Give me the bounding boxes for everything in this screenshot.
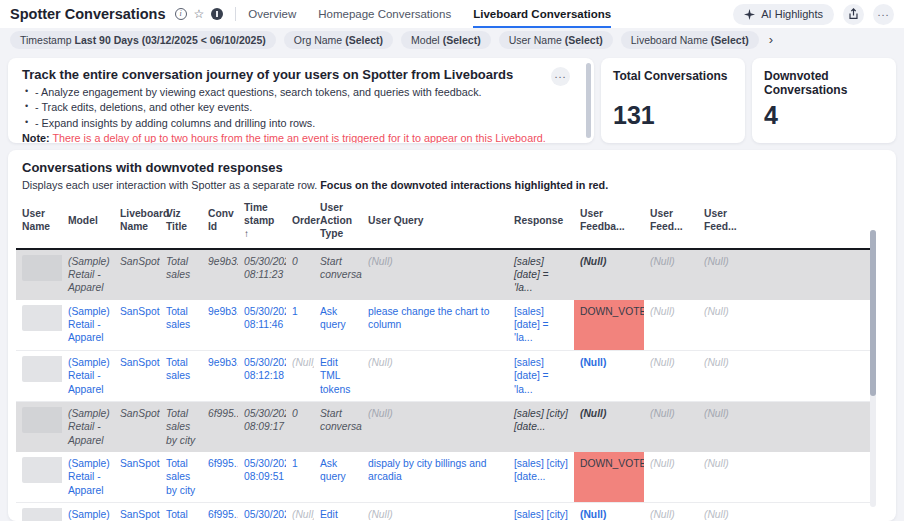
user-query-cell: (Null) [362,249,508,300]
cell-link[interactable]: SanSpot [120,458,160,469]
column-header-model[interactable]: Model [62,200,114,249]
table-title: Conversations with downvoted responses [22,160,896,175]
cell-link[interactable]: 9e9b3... [208,306,238,317]
info-panel-bullets: - Analyze engagement by viewing exact qu… [22,85,554,131]
cell-link[interactable]: Total sales by city [166,509,195,521]
user-name-cell [16,401,62,452]
timestamp-cell: 05/30/2025 08:11:46 [238,300,286,351]
badge-icon[interactable] [211,8,223,20]
action-type-cell: Start conversation [314,401,362,452]
cell-link[interactable]: dispaly by city billings and arcadia [368,458,486,482]
page-title: Spotter Conversations [10,6,166,22]
filter-chip-liveboard-name[interactable]: Liveboard Name(Select) [621,31,759,49]
filter-value: (Select) [711,34,749,46]
user-query-cell: (Null) [362,503,508,521]
filter-chip-model[interactable]: Model(Select) [401,31,491,49]
table-scrollbar-thumb[interactable] [870,230,876,396]
timestamp-cell: 05/30/2025 08:10:21 [238,503,286,521]
cell-link[interactable]: 05/30/2025 08:12:18 [244,357,286,381]
cell-link[interactable]: 05/30/2025 08:10:21 [244,509,286,521]
conv-id-cell: 6f995... [202,401,238,452]
user-feedback3-cell: (Null) [698,452,752,503]
user-feedback2-cell: (Null) [644,401,698,452]
tab-overview[interactable]: Overview [248,0,296,28]
share-icon [848,8,859,20]
cell-link[interactable]: Total sales by city [166,458,195,496]
column-header-order[interactable]: Order [286,200,314,249]
redacted-user-name [22,457,62,483]
user-feedback-cell-downvote: DOWN_VOTE [574,300,644,351]
cell-link[interactable]: Edit TML tokens [320,357,350,395]
filter-value: (Select) [443,34,481,46]
user-feedback3-cell: (Null) [698,300,752,351]
user-feedback3-cell: (Null) [698,503,752,521]
filter-value: (Select) [345,34,383,46]
cell-link[interactable]: SanSpot [120,306,160,317]
cell-link[interactable]: [sales] [city] [date... [514,458,568,482]
cell-link[interactable]: [sales] [city] [date... [514,509,568,521]
cell-link[interactable]: SanSpot [120,509,160,520]
cell-link[interactable]: [sales] [date] = 'la... [514,306,549,344]
conv-id-cell: 9e9b3... [202,350,238,401]
cell-link[interactable]: 05/30/2025 08:09:51 [244,458,286,482]
cell-link[interactable]: Total sales [166,357,190,381]
redacted-user-name [22,356,62,382]
cell-link[interactable]: 1 [292,458,298,469]
column-header-liveboard-name[interactable]: Liveboard Name [114,200,160,249]
column-header-user-feedback-3[interactable]: User Feed... [698,200,752,249]
cell-link[interactable]: 6f995... [208,458,238,469]
cell-link[interactable]: (Sample) Retail - Apparel [68,357,110,395]
column-header-user-feedback-2[interactable]: User Feed... [644,200,698,249]
filter-chip-timestamp[interactable]: TimestampLast 90 Days (03/12/2025 < 06/1… [10,31,276,49]
column-header-user-name[interactable]: User Name [16,200,62,249]
cell-link[interactable]: (Sample) Retail - Apparel [68,509,110,521]
cell-link[interactable]: Edit TML tokens [320,509,350,521]
info-panel-scrollbar[interactable] [586,63,591,138]
column-header-conv-id[interactable]: Conv Id [202,200,238,249]
cell-link[interactable]: Ask query [320,306,346,330]
user-feedback2-cell: (Null) [644,249,698,300]
tab-liveboard-conversations[interactable]: Liveboard Conversations [473,0,611,28]
action-type-cell: Ask query [314,300,362,351]
info-icon[interactable]: i [175,8,187,20]
viz-title-cell: Total sales by city [160,452,202,503]
star-icon[interactable]: ☆ [194,8,205,20]
cell-link[interactable]: 6f995... [208,509,238,520]
action-type-cell: Edit TML tokens [314,503,362,521]
table-scrollbar[interactable] [870,230,876,507]
filter-chip-org-name[interactable]: Org Name(Select) [284,31,393,49]
viz-title-cell: Total sales [160,300,202,351]
info-bullet: - Analyze engagement by viewing exact qu… [22,85,554,100]
filter-chip-user-name[interactable]: User Name(Select) [499,31,613,49]
more-menu-button[interactable]: ... [873,4,894,25]
filler-cell [752,401,870,452]
info-panel-menu-button[interactable]: ... [551,67,570,86]
tab-homepage-conversations[interactable]: Homepage Conversations [318,0,451,28]
kpi-value: 131 [613,101,733,132]
cell-link[interactable]: 05/30/2025 08:11:46 [244,306,286,330]
cell-link[interactable]: (Sample) Retail - Apparel [68,306,110,344]
viz-title-cell: Total sales by city [160,503,202,521]
cell-link[interactable]: please change the chart to column [368,306,489,330]
column-header-viz-title[interactable]: Viz Title [160,200,202,249]
share-button[interactable] [843,4,864,25]
cell-link[interactable]: (Sample) Retail - Apparel [68,458,110,496]
chevron-right-icon[interactable]: › [767,33,775,46]
column-header-user-action-type[interactable]: User Action Type [314,200,362,249]
user-query-cell: please change the chart to column [362,300,508,351]
column-header-response[interactable]: Response [508,200,574,249]
cell-link[interactable]: [sales] [date] = 'la... [514,357,549,395]
viz-title-cell: Total sales [160,249,202,300]
column-header-user-query[interactable]: User Query [362,200,508,249]
cell-link[interactable]: 9e9b3... [208,357,238,368]
order-cell: 1 [286,300,314,351]
action-type-cell: Start conversation [314,249,362,300]
column-header-user-feedback-1[interactable]: User Feedba... [574,200,644,249]
cell-link[interactable]: 1 [292,306,298,317]
info-bullet: - Expand insights by adding columns and … [22,116,554,131]
cell-link[interactable]: Total sales [166,306,190,330]
cell-link[interactable]: SanSpot [120,357,160,368]
column-header-timestamp[interactable]: Time stamp ↑ [238,200,286,249]
ai-highlights-button[interactable]: AI Highlights [733,4,834,25]
cell-link[interactable]: Ask query [320,458,346,482]
